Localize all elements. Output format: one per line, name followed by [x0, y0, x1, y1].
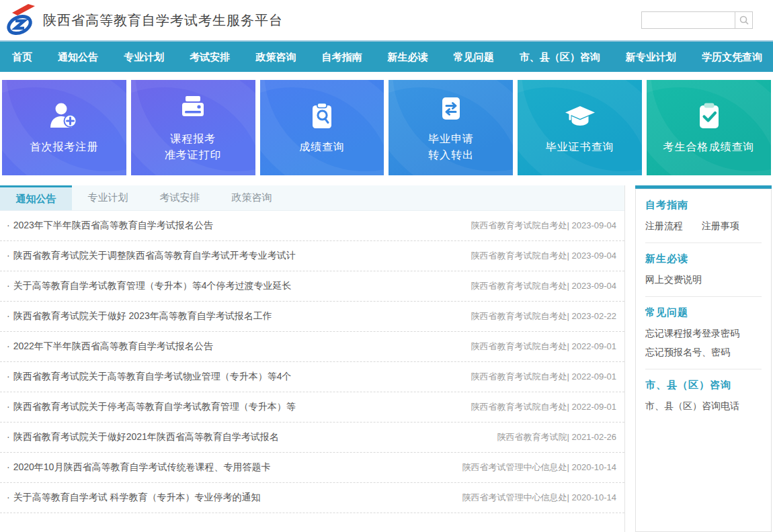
clipboard-search-icon: [306, 100, 338, 132]
news-list: ·2023年下半年陕西省高等教育自学考试报名公告陕西省教育考试院自考处| 202…: [0, 211, 624, 513]
news-title-link[interactable]: ·陕西省教育考试院关于做好2021年陕西省高等教育自学考试报名: [7, 431, 279, 443]
sidebar-heading: 自考指南: [645, 199, 762, 212]
news-source-date: 陕西省教育考试院自考处| 2023-09-04: [471, 280, 617, 292]
news-row: ·陕西省教育考试院关于高等教育自学考试物业管理（专升本）等4个陕西省教育考试院自…: [0, 362, 624, 392]
sidebar-section-0: 自考指南注册流程注册事项: [645, 189, 762, 243]
news-row: ·陕西省教育考试院关于做好2021年陕西省高等教育自学考试报名陕西省教育考试院|…: [0, 423, 624, 453]
tile-label: 考生合格成绩查询: [663, 139, 755, 155]
nav-item-0[interactable]: 首页: [11, 42, 34, 72]
sidebar-link[interactable]: 忘记预报名号、密码: [645, 347, 762, 359]
tile-label: 毕业证书查询: [546, 139, 614, 155]
news-source-date: 陕西省教育考试院自考处| 2023-02-22: [471, 310, 617, 322]
news-title-link[interactable]: ·陕西省教育考试院关于高等教育自学考试物业管理（专升本）等4个: [7, 371, 291, 383]
news-title-link[interactable]: ·2023年下半年陕西省高等教育自学考试报名公告: [7, 220, 213, 232]
news-row: ·2023年下半年陕西省高等教育自学考试报名公告陕西省教育考试院自考处| 202…: [0, 211, 624, 241]
sidebar-links: 注册流程注册事项: [645, 220, 762, 232]
nav-item-5[interactable]: 自考指南: [320, 42, 363, 72]
sidebar-section-1: 新生必读网上交费说明: [645, 243, 762, 297]
tab-0[interactable]: 通知公告: [0, 185, 72, 210]
sidebar-links: 网上交费说明: [645, 274, 762, 286]
news-title-link[interactable]: ·2020年10月陕西省高等教育自学考试传统卷课程、专用答题卡: [7, 461, 270, 474]
site-logo-icon: [5, 3, 35, 38]
news-source-date: 陕西省教育考试院自考处| 2023-09-04: [471, 250, 617, 262]
sidebar-heading: 新生必读: [645, 253, 762, 265]
tab-2[interactable]: 考试安排: [144, 185, 216, 210]
sidebar-link[interactable]: 忘记课程报考登录密码: [645, 328, 762, 340]
nav-item-3[interactable]: 考试安排: [188, 42, 231, 72]
news-source-date: 陕西省教育考试院| 2021-02-26: [497, 431, 617, 443]
tile-3[interactable]: 毕业申请转入转出: [389, 80, 513, 175]
notice-panel: 通知公告专业计划考试安排政策咨询 ·2023年下半年陕西省高等教育自学考试报名公…: [0, 185, 625, 532]
news-title-link[interactable]: ·陕西省教育考试院关于做好 2023年高等教育自学考试报名工作: [7, 310, 272, 322]
tile-1[interactable]: 课程报考准考证打印: [131, 80, 255, 175]
page-header: 陕西省高等教育自学考试考生服务平台: [0, 0, 773, 42]
news-title-link[interactable]: ·2022年下半年陕西省高等教育自学考试报名公告: [7, 341, 213, 353]
page-title: 陕西省高等教育自学考试考生服务平台: [43, 11, 283, 30]
tile-label: 课程报考准考证打印: [165, 131, 222, 163]
news-source-date: 陕西省教育考试院自考处| 2022-09-01: [471, 341, 617, 353]
tile-2[interactable]: 成绩查询: [260, 80, 384, 175]
search-icon[interactable]: [735, 12, 752, 28]
bullet-dot: ·: [7, 250, 10, 261]
bullet-dot: ·: [7, 220, 10, 230]
transfer-icon: [435, 92, 467, 124]
sidebar-links: 忘记课程报考登录密码忘记预报名号、密码: [645, 328, 762, 359]
news-row: ·关于高等教育自学考试 科学教育（专升本）专业停考的通知陕西省考试管理中心信息处…: [0, 483, 624, 513]
sidebar-links: 市、县（区）咨询电话: [645, 400, 762, 412]
bullet-dot: ·: [7, 461, 10, 472]
news-source-date: 陕西省考试管理中心信息处| 2020-10-14: [462, 492, 617, 504]
sidebar-section-2: 常见问题忘记课程报考登录密码忘记预报名号、密码: [645, 297, 762, 369]
bullet-dot: ·: [7, 431, 10, 442]
news-row: ·陕西省教育考试院关于做好 2023年高等教育自学考试报名工作陕西省教育考试院自…: [0, 302, 624, 332]
tile-4[interactable]: 毕业证书查询: [518, 80, 642, 175]
graduation-cap-icon: [564, 100, 596, 132]
search-box: [641, 11, 753, 29]
nav-item-4[interactable]: 政策咨询: [254, 42, 297, 72]
sidebar-heading: 市、县（区）咨询: [645, 379, 762, 392]
sidebar-link[interactable]: 注册流程: [645, 220, 683, 232]
news-row: ·陕西省教育考试院关于停考高等教育自学考试教育管理（专升本）等陕西省教育考试院自…: [0, 392, 624, 423]
nav-item-10[interactable]: 学历文凭查询: [700, 42, 764, 72]
tab-1[interactable]: 专业计划: [72, 185, 144, 210]
nav-item-8[interactable]: 市、县（区）咨询: [518, 42, 602, 72]
search-input[interactable]: [642, 12, 735, 28]
bullet-dot: ·: [7, 492, 10, 502]
news-title-link[interactable]: ·关于高等教育自学考试 科学教育（专升本）专业停考的通知: [7, 492, 261, 504]
tab-3[interactable]: 政策咨询: [216, 185, 288, 210]
nav-item-9[interactable]: 新专业计划: [624, 42, 678, 72]
news-source-date: 陕西省教育考试院自考处| 2023-09-04: [471, 220, 617, 232]
bullet-dot: ·: [7, 280, 10, 291]
bullet-dot: ·: [7, 371, 10, 382]
news-title-link[interactable]: ·关于高等教育自学考试教育管理（专升本）等4个停考过渡专业延长: [7, 280, 291, 292]
tile-5[interactable]: 考生合格成绩查询: [647, 80, 771, 175]
sidebar-box: 自考指南注册流程注册事项新生必读网上交费说明常见问题忘记课程报考登录密码忘记预报…: [635, 189, 772, 532]
bullet-dot: ·: [7, 341, 10, 351]
printer-icon: [177, 92, 209, 124]
nav-item-7[interactable]: 常见问题: [452, 42, 495, 72]
nav-item-6[interactable]: 新生必读: [386, 42, 430, 72]
nav-item-2[interactable]: 专业计划: [122, 42, 165, 72]
tile-label: 成绩查询: [299, 139, 345, 155]
bullet-dot: ·: [7, 401, 10, 412]
notice-tabbar: 通知公告专业计划考试安排政策咨询: [0, 185, 624, 211]
news-row: ·关于高等教育自学考试教育管理（专升本）等4个停考过渡专业延长陕西省教育考试院自…: [0, 271, 624, 302]
tile-label: 毕业申请转入转出: [428, 131, 474, 163]
sidebar-link[interactable]: 注册事项: [702, 220, 739, 232]
tile-label: 首次报考注册: [30, 139, 98, 155]
news-title-link[interactable]: ·陕西省教育考试院关于停考高等教育自学考试教育管理（专升本）等: [7, 401, 296, 413]
quick-tiles: 首次报考注册 课程报考准考证打印 成绩查询 毕业申请转入转出 毕业证书查询 考生…: [0, 72, 773, 175]
news-row: ·2020年10月陕西省高等教育自学考试传统卷课程、专用答题卡陕西省考试管理中心…: [0, 453, 624, 483]
tile-0[interactable]: 首次报考注册: [2, 80, 126, 175]
bullet-dot: ·: [7, 310, 10, 321]
sidebar-link[interactable]: 网上交费说明: [645, 274, 762, 286]
user-plus-icon: [48, 100, 80, 132]
news-title-link[interactable]: ·陕西省教育考试院关于调整陕西省高等教育自学考试开考专业考试计: [7, 250, 296, 262]
sidebar-link[interactable]: 市、县（区）咨询电话: [645, 400, 762, 412]
nav-item-1[interactable]: 通知公告: [56, 42, 99, 72]
content-area: 通知公告专业计划考试安排政策咨询 ·2023年下半年陕西省高等教育自学考试报名公…: [0, 185, 773, 532]
news-source-date: 陕西省教育考试院自考处| 2022-09-01: [471, 401, 617, 413]
sidebar: 自考指南注册流程注册事项新生必读网上交费说明常见问题忘记课程报考登录密码忘记预报…: [635, 185, 772, 532]
news-row: ·陕西省教育考试院关于调整陕西省高等教育自学考试开考专业考试计陕西省教育考试院自…: [0, 241, 624, 271]
news-source-date: 陕西省考试管理中心信息处| 2020-10-14: [462, 461, 617, 474]
main-nav: 首页通知公告专业计划考试安排政策咨询自考指南新生必读常见问题市、县（区）咨询新专…: [0, 42, 773, 72]
